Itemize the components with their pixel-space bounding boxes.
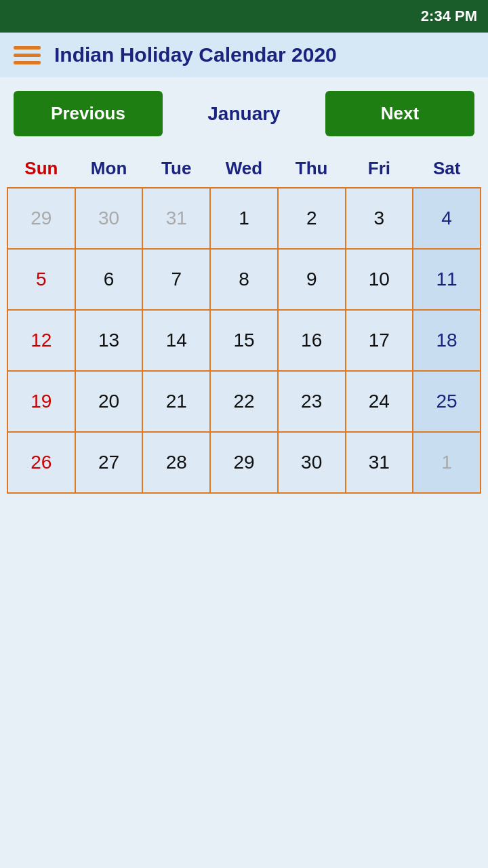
- calendar-day[interactable]: 28: [142, 432, 210, 493]
- calendar-day[interactable]: 24: [346, 371, 413, 432]
- hamburger-line-2: [14, 54, 41, 57]
- weekday-header-row: SunMonTueWedThuFriSat: [7, 150, 481, 188]
- app-title: Indian Holiday Calendar 2020: [54, 43, 337, 66]
- calendar-day[interactable]: 9: [278, 249, 346, 310]
- calendar-day[interactable]: 10: [346, 249, 413, 310]
- calendar-day[interactable]: 25: [413, 371, 481, 432]
- calendar-week-3: 12131415161718: [7, 310, 481, 371]
- calendar-day[interactable]: 23: [278, 371, 346, 432]
- menu-button[interactable]: [14, 46, 41, 64]
- next-button[interactable]: Next: [325, 91, 474, 136]
- month-navigation: Previous January Next: [0, 77, 488, 150]
- calendar-day[interactable]: 7: [142, 249, 210, 310]
- calendar-week-4: 19202122232425: [7, 371, 481, 432]
- calendar-day[interactable]: 19: [7, 371, 75, 432]
- calendar-week-2: 567891011: [7, 249, 481, 310]
- calendar-week-1: 2930311234: [7, 188, 481, 249]
- calendar-day[interactable]: 1: [413, 432, 481, 493]
- current-month-label: January: [207, 103, 280, 125]
- status-time: 2:34 PM: [421, 7, 477, 25]
- calendar-day[interactable]: 3: [346, 188, 413, 249]
- calendar-day[interactable]: 21: [142, 371, 210, 432]
- hamburger-line-3: [14, 61, 41, 64]
- weekday-sat: Sat: [413, 150, 481, 188]
- calendar-day[interactable]: 18: [413, 310, 481, 371]
- weekday-sun: Sun: [7, 150, 75, 188]
- calendar-day[interactable]: 12: [7, 310, 75, 371]
- calendar-day[interactable]: 16: [278, 310, 346, 371]
- calendar-day[interactable]: 13: [75, 310, 143, 371]
- calendar-day[interactable]: 27: [75, 432, 143, 493]
- calendar-week-5: 2627282930311: [7, 432, 481, 493]
- status-bar: 2:34 PM: [0, 0, 488, 33]
- weekday-tue: Tue: [142, 150, 210, 188]
- calendar-day[interactable]: 30: [75, 188, 143, 249]
- calendar-day[interactable]: 5: [7, 249, 75, 310]
- weekday-wed: Wed: [210, 150, 278, 188]
- calendar-day[interactable]: 26: [7, 432, 75, 493]
- calendar-day[interactable]: 11: [413, 249, 481, 310]
- calendar-day[interactable]: 22: [210, 371, 278, 432]
- calendar: SunMonTueWedThuFriSat 293031123456789101…: [0, 150, 488, 494]
- weekday-thu: Thu: [278, 150, 346, 188]
- calendar-day[interactable]: 14: [142, 310, 210, 371]
- calendar-day[interactable]: 17: [346, 310, 413, 371]
- calendar-day[interactable]: 29: [7, 188, 75, 249]
- hamburger-line-1: [14, 46, 41, 50]
- calendar-table: SunMonTueWedThuFriSat 293031123456789101…: [7, 150, 481, 494]
- weekday-fri: Fri: [346, 150, 413, 188]
- calendar-day[interactable]: 29: [210, 432, 278, 493]
- calendar-day[interactable]: 31: [142, 188, 210, 249]
- calendar-day[interactable]: 6: [75, 249, 143, 310]
- calendar-day[interactable]: 4: [413, 188, 481, 249]
- calendar-day[interactable]: 30: [278, 432, 346, 493]
- calendar-day[interactable]: 2: [278, 188, 346, 249]
- calendar-day[interactable]: 20: [75, 371, 143, 432]
- calendar-day[interactable]: 1: [210, 188, 278, 249]
- previous-button[interactable]: Previous: [14, 91, 163, 136]
- header: Indian Holiday Calendar 2020: [0, 33, 488, 77]
- calendar-day[interactable]: 15: [210, 310, 278, 371]
- calendar-day[interactable]: 31: [346, 432, 413, 493]
- weekday-mon: Mon: [75, 150, 143, 188]
- calendar-day[interactable]: 8: [210, 249, 278, 310]
